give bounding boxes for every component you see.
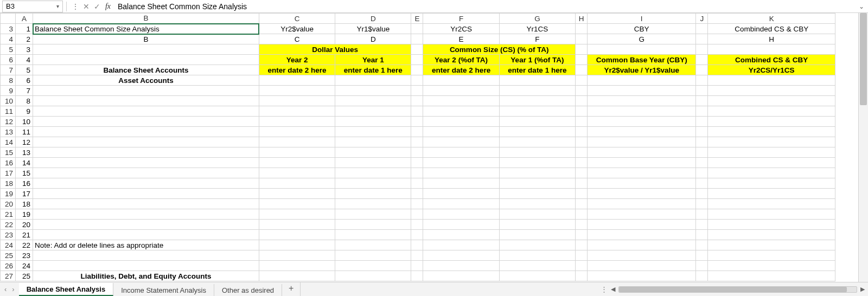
cell-I20[interactable] <box>588 199 696 209</box>
cell-J19[interactable] <box>696 189 708 199</box>
cell-I5[interactable] <box>588 44 696 55</box>
cell-A23[interactable]: 21 <box>16 230 33 240</box>
cell-B3[interactable]: Balance Sheet Common Size Analysis <box>33 24 259 34</box>
cell-D3[interactable]: Yr1$value <box>335 24 411 34</box>
cell-I18[interactable] <box>588 178 696 189</box>
cell-E27[interactable] <box>411 271 423 281</box>
cell-G14[interactable] <box>499 137 575 147</box>
cell-D25[interactable] <box>335 250 411 261</box>
cell-I9[interactable] <box>588 86 696 96</box>
cell-G21[interactable] <box>499 209 575 220</box>
cell-C26[interactable] <box>259 261 335 271</box>
cell-E6[interactable] <box>411 55 423 65</box>
accept-icon[interactable]: ✓ <box>92 2 103 11</box>
row-header[interactable]: 22 <box>1 220 16 230</box>
cell-G13[interactable] <box>499 127 575 137</box>
vertical-scrollbar[interactable] <box>858 13 868 282</box>
cell-C19[interactable] <box>259 189 335 199</box>
cell-H5[interactable] <box>576 44 588 55</box>
more-icon[interactable]: ⋮ <box>601 285 608 293</box>
hscroll-right-icon[interactable]: ▶ <box>860 286 865 293</box>
cell-A6[interactable]: 4 <box>16 55 33 65</box>
row-header[interactable]: 6 <box>1 55 16 65</box>
cell-B19[interactable] <box>33 189 259 199</box>
cell-J27[interactable] <box>696 271 708 281</box>
cell-F10[interactable] <box>423 96 499 106</box>
cell-F3[interactable]: Yr2CS <box>423 24 499 34</box>
cell-G23[interactable] <box>499 230 575 240</box>
row-header[interactable]: 13 <box>1 127 16 137</box>
cell-K19[interactable] <box>708 189 835 199</box>
cell-G19[interactable] <box>499 189 575 199</box>
cell-I27[interactable] <box>588 271 696 281</box>
row-header[interactable]: 4 <box>1 34 16 44</box>
cell-F7[interactable]: enter date 2 here <box>423 65 499 75</box>
cell-H22[interactable] <box>576 220 588 230</box>
cell-J6[interactable] <box>696 55 708 65</box>
row-header[interactable]: 12 <box>1 117 16 127</box>
row-header[interactable]: 15 <box>1 147 16 158</box>
cell-K10[interactable] <box>708 96 835 106</box>
cell-D4[interactable]: D <box>335 34 411 44</box>
cell-G17[interactable] <box>499 168 575 178</box>
cell-D18[interactable] <box>335 178 411 189</box>
cell-J25[interactable] <box>696 250 708 261</box>
cell-F21[interactable] <box>423 209 499 220</box>
cell-E13[interactable] <box>411 127 423 137</box>
col-header-F[interactable]: F <box>423 14 499 24</box>
cell-A9[interactable]: 7 <box>16 86 33 96</box>
cell-I3[interactable]: CBY <box>588 24 696 34</box>
row-header[interactable]: 23 <box>1 230 16 240</box>
cell-G15[interactable] <box>499 147 575 158</box>
cell-I21[interactable] <box>588 209 696 220</box>
cell-A4[interactable]: 2 <box>16 34 33 44</box>
cell-K13[interactable] <box>708 127 835 137</box>
cell-K9[interactable] <box>708 86 835 96</box>
cell-H15[interactable] <box>576 147 588 158</box>
cell-E11[interactable] <box>411 106 423 117</box>
cell-E22[interactable] <box>411 220 423 230</box>
cell-G18[interactable] <box>499 178 575 189</box>
cell-A14[interactable]: 12 <box>16 137 33 147</box>
cell-J7[interactable] <box>696 65 708 75</box>
cell-E25[interactable] <box>411 250 423 261</box>
cell-J13[interactable] <box>696 127 708 137</box>
row-header[interactable]: 14 <box>1 137 16 147</box>
cell-H4[interactable] <box>576 34 588 44</box>
cell-B11[interactable] <box>33 106 259 117</box>
cell-K5[interactable] <box>708 44 835 55</box>
cell-E8[interactable] <box>411 75 423 86</box>
cell-D11[interactable] <box>335 106 411 117</box>
cell-F9[interactable] <box>423 86 499 96</box>
cell-J5[interactable] <box>696 44 708 55</box>
cell-E17[interactable] <box>411 168 423 178</box>
cell-B10[interactable] <box>33 96 259 106</box>
cell-C12[interactable] <box>259 117 335 127</box>
cell-E7[interactable] <box>411 65 423 75</box>
cell-I26[interactable] <box>588 261 696 271</box>
cell-C5[interactable]: Dollar Values <box>259 44 411 55</box>
cell-A8[interactable]: 6 <box>16 75 33 86</box>
cell-D27[interactable] <box>335 271 411 281</box>
row-header[interactable]: 24 <box>1 240 16 250</box>
horizontal-scrollbar-thumb[interactable] <box>619 287 847 292</box>
cell-C16[interactable] <box>259 158 335 168</box>
cell-H23[interactable] <box>576 230 588 240</box>
more-icon[interactable]: ⋮ <box>70 2 81 11</box>
expand-formula-bar-icon[interactable]: ⌄ <box>855 3 868 10</box>
cell-J8[interactable] <box>696 75 708 86</box>
cell-J12[interactable] <box>696 117 708 127</box>
cell-E10[interactable] <box>411 96 423 106</box>
cell-F5[interactable]: Common Size (CS) (% of TA) <box>423 44 576 55</box>
row-header[interactable]: 17 <box>1 168 16 178</box>
cell-G25[interactable] <box>499 250 575 261</box>
cell-H27[interactable] <box>576 271 588 281</box>
cell-I11[interactable] <box>588 106 696 117</box>
cell-B25[interactable] <box>33 250 259 261</box>
cell-K27[interactable] <box>708 271 835 281</box>
row-header[interactable]: 5 <box>1 44 16 55</box>
cell-A16[interactable]: 14 <box>16 158 33 168</box>
cell-D21[interactable] <box>335 209 411 220</box>
cell-C9[interactable] <box>259 86 335 96</box>
cell-A7[interactable]: 5 <box>16 65 33 75</box>
